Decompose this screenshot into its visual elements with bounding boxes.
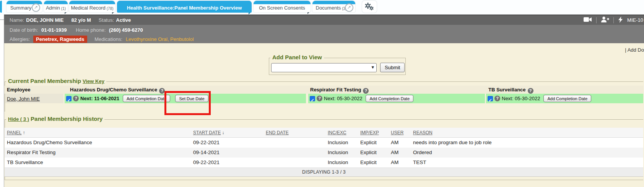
add-document-link-row: | Add Do [625, 47, 644, 53]
panel-enrolled-checkbox[interactable]: ✓ [310, 96, 315, 101]
lightning-icon[interactable] [618, 16, 623, 24]
cell-panel: Hazardous Drug/Chemo Surveillance [7, 138, 92, 148]
employee-link[interactable]: Doe, John MIE [7, 96, 40, 102]
view-key-link[interactable]: View Key [83, 78, 104, 84]
select-value [272, 65, 274, 70]
phone-label: Home phone: [76, 27, 106, 33]
column-header-inc-exc[interactable]: INC/EXC [328, 128, 346, 138]
next-label: Next: [80, 96, 93, 101]
cell-reason: TEST [413, 158, 426, 167]
next-label: Next: [502, 96, 513, 101]
page: Summary ↗ Admin(1) Medical Record(78) He… [0, 0, 644, 187]
chevron-down-icon: ▾ [371, 64, 374, 70]
left-frame-gutter [0, 15, 4, 187]
history-row: Hazardous Drug/Chemo Surveillance 09-22-… [5, 138, 643, 148]
tab-count: (1) [61, 7, 66, 11]
history-legend: Panel Membership History [31, 115, 102, 122]
employee-cell: Doe, John MIE [5, 94, 63, 103]
current-panel-header-row: Employee Hazardous Drug/Chemo Surveillan… [5, 86, 643, 94]
help-icon[interactable]: ? [494, 96, 500, 101]
external-link-icon[interactable]: ↗ [345, 3, 353, 12]
status-label: Status: [99, 17, 114, 23]
column-header-end-date[interactable]: END DATE [266, 128, 289, 138]
help-icon[interactable]: ? [73, 96, 79, 101]
add-completion-date-button[interactable]: Add Completion Date [366, 95, 413, 102]
tab-label: Admin [46, 5, 60, 11]
tab-admin[interactable]: Admin(1) [44, 1, 68, 12]
small-gear-icon [369, 6, 374, 10]
panel-enrolled-checkbox[interactable]: ✓ [66, 96, 72, 101]
allergies-label: Allergies: [10, 36, 30, 42]
dob-phone-row: Date of birth: 01-01-1939 Home phone: (2… [4, 25, 644, 35]
frame-splitter [0, 20, 4, 20]
add-completion-date-button[interactable]: Add Completion Date [543, 95, 591, 102]
chart-id: MIE-10 [627, 17, 643, 23]
dob-value: 01-01-1939 [41, 27, 67, 33]
tb-panel-cell: ✓ ? Next: 05-30-2022 Add Completion Date [486, 94, 643, 103]
set-due-date-button[interactable]: Set Due Date [175, 95, 208, 102]
cell-start-date: 09-22-2021 [193, 158, 220, 167]
allergy-badge[interactable]: Penetrex, Ragweeds [33, 36, 87, 43]
add-completion-date-button[interactable]: Add Completion Date [123, 95, 171, 102]
check-icon: ✓ [311, 98, 314, 102]
panel-enrolled-checkbox[interactable]: ✓ [488, 96, 493, 101]
next-date: 05-30-2022 [337, 96, 363, 101]
cell-reason: Ordered [413, 148, 432, 158]
add-panel-fieldset: Add Panel to View ▾ Submit [269, 58, 406, 75]
cell-inc-exc: Inclusion [328, 138, 348, 148]
tab-label: Medical Record [71, 5, 105, 11]
cell-user: AM [391, 138, 398, 148]
submit-button[interactable]: Submit [380, 63, 405, 72]
main-content: | Add Do Add Panel to View ▾ Submit Curr… [4, 43, 644, 187]
sort-desc-icon: ↓ [222, 130, 224, 135]
patient-age-sex: 82 y/o M [72, 17, 91, 23]
cell-panel: TB Surveillance [7, 158, 43, 167]
help-icon[interactable]: ? [317, 96, 322, 101]
add-panel-select[interactable]: ▾ [271, 63, 377, 72]
settings-gear-button[interactable] [362, 1, 377, 13]
add-document-link[interactable]: Add Do [628, 47, 644, 53]
tab-count: (78) [107, 7, 114, 11]
column-header-hazardous: Hazardous Drug/Chemo Surveillance [70, 87, 157, 93]
tab-bar: Summary ↗ Admin(1) Medical Record(78) He… [0, 0, 644, 15]
tab-documents[interactable]: Documents(3) ↗ [312, 1, 355, 12]
column-header-respirator: Respirator Fit Testing [310, 87, 361, 93]
allergies-meds-row: Allergies: Penetrex, Ragweeds Medication… [4, 35, 644, 44]
header-icon-cluster: MIE-10 [584, 15, 643, 25]
cell-imp-exp: Explicit [360, 138, 377, 148]
divider [613, 17, 614, 23]
column-header-start-date[interactable]: START DATE↓ [193, 128, 224, 138]
column-header-imp-exp[interactable]: IMP/EXP [360, 128, 379, 138]
history-row: TB Surveillance 09-22-2021 Inclusion Exp… [5, 158, 643, 167]
column-header-reason[interactable]: REASON [413, 128, 433, 138]
patient-name: DOE, JOHN MIE [26, 17, 63, 23]
phone-value: (260) 459-6270 [109, 27, 143, 33]
column-header-panel[interactable]: PANEL↑ [7, 128, 25, 138]
add-person-icon[interactable] [601, 16, 609, 24]
tab-summary[interactable]: Summary ↗ [7, 1, 42, 12]
tab-health-surveillance[interactable]: Health Surveillance:Panel Membership Ove… [117, 1, 252, 13]
dob-label: Date of birth: [10, 27, 38, 33]
cell-reason: needs into program due to job role [413, 138, 492, 148]
patient-status: Active [116, 17, 131, 23]
divider [596, 17, 597, 23]
cell-start-date: 09-14-2021 [193, 148, 220, 158]
tab-on-screen-consents[interactable]: On Screen Consents [254, 1, 311, 12]
video-call-icon[interactable] [584, 17, 592, 23]
tab-medical-record[interactable]: Medical Record(78) [69, 1, 115, 12]
history-row: Respirator Fit Testing 09-14-2021 Inclus… [5, 148, 643, 158]
medications-list[interactable]: Levothyroxine Oral, Penbutolol [126, 36, 194, 42]
help-icon[interactable]: ? [159, 88, 165, 94]
current-panel-member-row: Doe, John MIE ✓ ? Next: 11-06-2021 Add C… [5, 94, 643, 103]
help-icon[interactable]: ? [363, 88, 369, 94]
hide-history-link[interactable]: Hide ( 3 ) [8, 116, 29, 122]
help-icon[interactable]: ? [528, 88, 533, 94]
add-panel-legend: Add Panel to View [270, 54, 324, 60]
medications-label: Medications: [94, 36, 122, 42]
cell-user: AM [391, 148, 398, 158]
column-header-employee: Employee [7, 86, 30, 94]
cell-start-date: 09-22-2021 [193, 138, 220, 148]
external-link-icon[interactable]: ↗ [32, 3, 40, 12]
column-header-user[interactable]: USER [391, 128, 403, 138]
hazardous-panel-cell: ✓ ? Next: 11-06-2021 Add Completion Date… [65, 94, 306, 103]
